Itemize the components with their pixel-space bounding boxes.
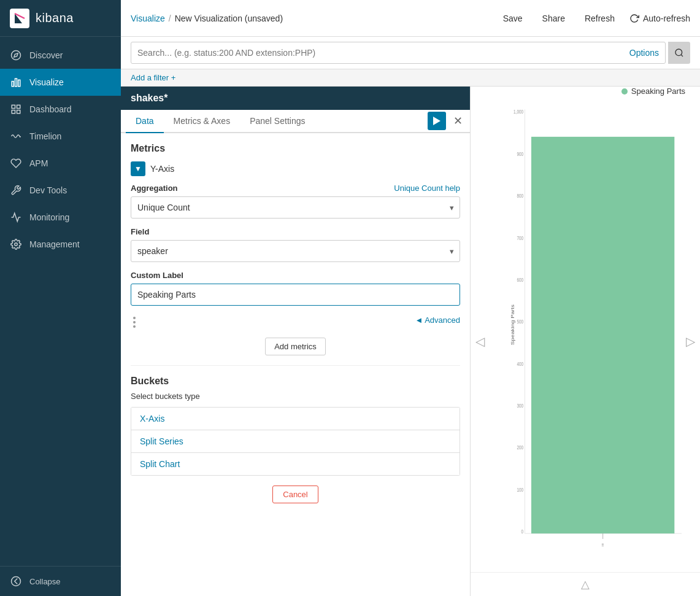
collapse-icon: [10, 575, 22, 587]
field-select[interactable]: speaker _id _index _score _source _type: [131, 240, 460, 262]
sidebar-label-apm: APM: [29, 158, 48, 168]
sidebar-label-management: Management: [29, 239, 80, 249]
breadcrumb-separator: /: [169, 14, 171, 23]
svg-marker-13: [433, 117, 440, 125]
bucket-option-x-axis[interactable]: X-Axis: [131, 407, 460, 430]
share-button[interactable]: Share: [537, 11, 570, 26]
breadcrumb-visualize[interactable]: Visualize: [131, 14, 165, 23]
custom-label-input[interactable]: [131, 284, 460, 306]
bucket-option-split-chart[interactable]: Split Chart: [131, 453, 460, 476]
kibana-logo-text: kibana: [36, 11, 74, 25]
sidebar-label-discover: Discover: [29, 50, 63, 60]
close-button[interactable]: ✕: [451, 114, 465, 128]
editor-panel: shakes* Data Metrics & Axes Panel Settin…: [121, 87, 471, 596]
sidebar-item-dev-tools[interactable]: Dev Tools: [0, 177, 121, 204]
chart-svg: 1,000 900 800 700 600 500 400 300 200 10…: [510, 107, 682, 554]
sidebar-item-apm[interactable]: APM: [0, 150, 121, 177]
sidebar-nav: Discover Visualize Dashboard: [0, 37, 121, 566]
run-button[interactable]: [428, 112, 446, 130]
panel-body: Metrics ▼ Y-Axis Aggregation Unique Coun…: [121, 133, 470, 596]
accordion-toggle[interactable]: ▼: [131, 161, 145, 176]
cancel-button[interactable]: Cancel: [272, 486, 318, 503]
sidebar-item-management[interactable]: Management: [0, 231, 121, 258]
search-wrapper: Options: [131, 42, 666, 64]
field-label: Field: [131, 227, 149, 236]
options-button[interactable]: Options: [629, 48, 659, 58]
svg-rect-5: [12, 105, 15, 108]
svg-text:1,000: 1,000: [513, 108, 523, 115]
aggregation-help-link[interactable]: Unique Count help: [394, 184, 460, 193]
dot-3: [133, 325, 136, 328]
content-area: shakes* Data Metrics & Axes Panel Settin…: [121, 87, 700, 596]
svg-text:600: 600: [517, 277, 523, 284]
sidebar-label-visualize: Visualize: [29, 77, 64, 87]
svg-rect-7: [12, 110, 15, 114]
svg-point-0: [12, 51, 21, 60]
search-icon: [674, 48, 684, 58]
chart-bottom-nav: △: [471, 572, 700, 596]
chart-nav-left[interactable]: ◁: [475, 334, 485, 349]
panel-tabs: Data Metrics & Axes Panel Settings ✕: [121, 110, 470, 133]
activity-icon: [10, 211, 22, 223]
chart-svg-container: 1,000 900 800 700 600 500 400 300 200 10…: [471, 101, 700, 572]
filterbar: Add a filter +: [121, 69, 700, 87]
chart-nav-right[interactable]: ▷: [686, 334, 695, 349]
search-go-button[interactable]: [668, 42, 690, 64]
aggregation-select[interactable]: Unique Count Count Average Sum Min Max M…: [131, 196, 460, 219]
custom-label-row: Custom Label: [131, 271, 460, 306]
collapse-button[interactable]: Collapse: [0, 566, 121, 596]
svg-rect-8: [17, 110, 20, 114]
chart-nav-up[interactable]: △: [581, 578, 590, 591]
aggregation-row: Aggregation Unique Count help Unique Cou…: [131, 184, 460, 219]
refresh-button[interactable]: Refresh: [580, 11, 620, 26]
grid-icon: [10, 103, 22, 115]
sidebar-label-dev-tools: Dev Tools: [29, 185, 67, 195]
collapse-label: Collapse: [29, 577, 61, 586]
svg-text:500: 500: [517, 319, 523, 325]
sidebar-item-dashboard[interactable]: Dashboard: [0, 96, 121, 123]
auto-refresh-button[interactable]: Auto-refresh: [629, 14, 690, 23]
y-axis-accordion: ▼ Y-Axis Aggregation Unique Count help U…: [131, 161, 460, 330]
breadcrumb-current: New Visualization (unsaved): [175, 14, 283, 23]
chart-legend: Speaking Parts: [471, 87, 700, 101]
add-metrics-button[interactable]: Add metrics: [265, 338, 326, 355]
dot-1: [133, 317, 136, 319]
gear-icon: [10, 238, 22, 250]
bucket-options-list: X-Axis Split Series Split Chart: [131, 407, 460, 476]
svg-rect-2: [12, 82, 13, 87]
aggregation-label-row: Aggregation Unique Count help: [131, 184, 460, 193]
svg-text:800: 800: [517, 193, 523, 199]
advanced-link[interactable]: ◄ Advanced: [415, 315, 460, 325]
panel-header: shakes*: [121, 87, 470, 110]
auto-refresh-icon: [629, 14, 639, 23]
buckets-title: Buckets: [131, 376, 460, 387]
save-button[interactable]: Save: [498, 11, 528, 26]
svg-line-12: [681, 55, 683, 56]
legend-label: Speaking Parts: [631, 87, 685, 96]
search-input[interactable]: [137, 48, 622, 58]
searchbar: Options: [121, 37, 700, 69]
svg-text:900: 900: [517, 151, 523, 158]
sidebar-item-visualize[interactable]: Visualize: [0, 69, 121, 96]
dots-menu[interactable]: [131, 314, 138, 330]
sidebar-label-monitoring: Monitoring: [29, 212, 69, 222]
svg-text:200: 200: [517, 444, 523, 451]
y-axis-label: Y-Axis: [150, 164, 174, 174]
sidebar: kibana Discover Visualize: [0, 0, 121, 596]
bucket-option-split-series[interactable]: Split Series: [131, 430, 460, 453]
sidebar-item-monitoring[interactable]: Monitoring: [0, 204, 121, 231]
run-icon: [433, 117, 440, 125]
auto-refresh-label: Auto-refresh: [643, 14, 690, 23]
sidebar-item-discover[interactable]: Discover: [0, 42, 121, 69]
svg-point-11: [675, 49, 682, 56]
tab-data[interactable]: Data: [126, 110, 164, 133]
field-row: Field speaker _id _index _score _source …: [131, 227, 460, 262]
add-filter-button[interactable]: Add a filter +: [131, 73, 175, 82]
tab-metrics-axes[interactable]: Metrics & Axes: [164, 110, 240, 133]
svg-rect-6: [17, 105, 20, 108]
tab-panel-settings[interactable]: Panel Settings: [240, 110, 315, 133]
svg-marker-1: [14, 53, 18, 57]
sidebar-item-timelion[interactable]: Timelion: [0, 123, 121, 150]
svg-text:Speaking Parts: Speaking Parts: [511, 304, 515, 345]
svg-rect-3: [15, 79, 17, 87]
